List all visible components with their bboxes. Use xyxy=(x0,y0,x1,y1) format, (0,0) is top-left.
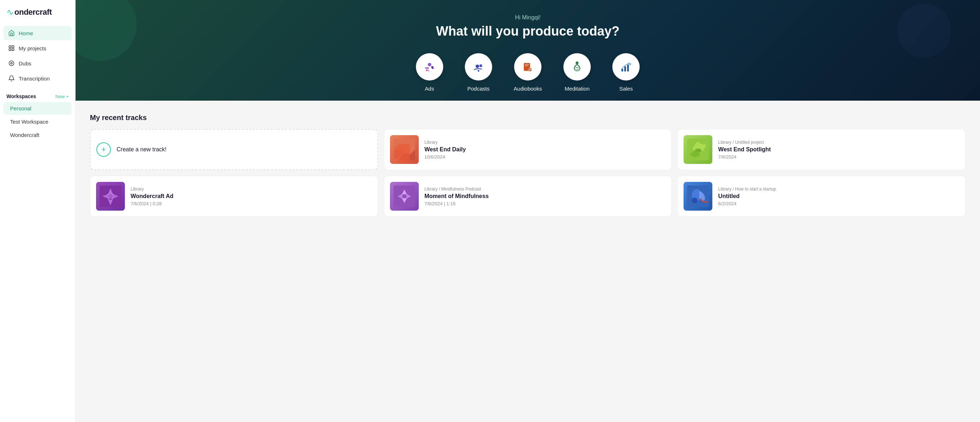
create-track-label: Create a new track! xyxy=(116,146,167,153)
category-sales-label: Sales xyxy=(619,86,633,92)
track-west-end-daily-name: West End Daily xyxy=(425,146,666,153)
track-west-end-spotlight-name: West End Spotlight xyxy=(718,146,959,153)
tracks-grid: + Create a new track! Library West End D… xyxy=(90,129,966,217)
track-wondercraft-ad-info: Library Wondercraft Ad 7/6/2024 | 0:28 xyxy=(130,187,372,206)
sidebar-item-projects-label: My projects xyxy=(19,45,46,51)
track-west-end-daily-info: Library West End Daily 10/6/2024 xyxy=(425,140,666,160)
sidebar-item-transcription-label: Transcription xyxy=(19,76,50,82)
content-area: My recent tracks + Create a new track! L… xyxy=(76,101,980,230)
svg-point-17 xyxy=(574,69,580,71)
svg-point-8 xyxy=(426,69,428,71)
projects-icon xyxy=(8,44,15,52)
hero-categories: Ads Podcasts xyxy=(97,53,958,92)
main-content: Hi Mingqi! What will you produce today? … xyxy=(76,0,980,422)
workspaces-title: Workspaces xyxy=(6,94,36,99)
track-untitled-name: Untitled xyxy=(718,193,959,200)
recent-tracks-title: My recent tracks xyxy=(90,114,966,122)
track-untitled-date: 6/2/2024 xyxy=(718,201,959,206)
dubs-icon xyxy=(8,60,15,67)
category-sales[interactable]: Sales xyxy=(612,53,640,92)
new-workspace-button[interactable]: New + xyxy=(56,94,69,99)
track-west-end-daily-thumb xyxy=(390,135,419,164)
sidebar-navigation: Home My projects Dubs Transcription xyxy=(0,26,75,86)
create-plus-icon: + xyxy=(96,142,111,157)
category-meditation[interactable]: Meditation xyxy=(563,53,591,92)
svg-rect-3 xyxy=(9,49,11,51)
track-wondercraft-ad[interactable]: Library Wondercraft Ad 7/6/2024 | 0:28 xyxy=(90,176,378,217)
create-track-card[interactable]: + Create a new track! xyxy=(90,129,378,170)
track-moment-of-mindfulness-path: Library / Mindfulness Podcast xyxy=(425,187,666,192)
svg-rect-7 xyxy=(425,68,429,69)
workspace-wondercraft[interactable]: Wondercraft xyxy=(3,129,72,141)
svg-rect-2 xyxy=(12,49,14,51)
workspaces-header: Workspaces New + xyxy=(0,86,75,102)
sidebar-item-transcription[interactable]: Transcription xyxy=(3,71,72,86)
sidebar-item-home[interactable]: Home xyxy=(3,26,72,40)
track-west-end-spotlight-thumb xyxy=(684,135,712,164)
svg-rect-27 xyxy=(394,186,415,207)
track-untitled-info: Library / How to start a startup Untitle… xyxy=(718,187,959,206)
track-wondercraft-ad-thumb xyxy=(96,182,125,211)
home-icon xyxy=(8,30,15,36)
track-west-end-spotlight-info: Library / Untitled project West End Spot… xyxy=(718,140,959,160)
track-west-end-spotlight-date: 7/6/2024 xyxy=(718,154,959,160)
category-podcasts-icon xyxy=(465,53,492,81)
category-sales-icon xyxy=(612,53,640,81)
track-untitled-thumb xyxy=(684,182,712,211)
category-meditation-icon xyxy=(563,53,591,81)
track-untitled[interactable]: Library / How to start a startup Untitle… xyxy=(678,176,966,217)
track-wondercraft-ad-date: 7/6/2024 | 0:28 xyxy=(130,201,372,206)
track-moment-of-mindfulness[interactable]: Library / Mindfulness Podcast Moment of … xyxy=(384,176,672,217)
logo-icon: ∿ xyxy=(6,7,14,17)
svg-rect-19 xyxy=(624,66,626,71)
sidebar-item-home-label: Home xyxy=(19,30,33,36)
sidebar-item-projects[interactable]: My projects xyxy=(3,41,72,56)
svg-point-16 xyxy=(576,62,579,64)
svg-rect-20 xyxy=(627,65,629,71)
track-moment-of-mindfulness-date: 7/6/2024 | 1:16 xyxy=(425,201,666,206)
track-moment-of-mindfulness-info: Library / Mindfulness Podcast Moment of … xyxy=(425,187,666,206)
sidebar-item-dubs-label: Dubs xyxy=(19,60,31,67)
svg-rect-13 xyxy=(525,64,529,65)
logo-container: ∿ ondercraft xyxy=(0,0,75,26)
svg-point-4 xyxy=(9,61,14,66)
track-west-end-daily-path: Library xyxy=(425,140,666,145)
category-ads-icon xyxy=(416,53,443,81)
track-west-end-spotlight-path: Library / Untitled project xyxy=(718,140,959,145)
category-meditation-label: Meditation xyxy=(565,86,590,92)
svg-point-5 xyxy=(11,63,13,64)
category-ads[interactable]: Ads xyxy=(416,53,443,92)
svg-point-10 xyxy=(479,64,482,67)
sidebar: ∿ ondercraft Home My projects Dubs Tra xyxy=(0,0,76,422)
svg-rect-1 xyxy=(12,46,14,48)
category-ads-label: Ads xyxy=(425,86,434,92)
category-podcasts[interactable]: Podcasts xyxy=(465,53,492,92)
svg-point-9 xyxy=(476,65,479,68)
category-podcasts-label: Podcasts xyxy=(467,86,490,92)
category-audiobooks-label: Audiobooks xyxy=(514,86,542,92)
workspace-personal[interactable]: Personal xyxy=(3,102,72,115)
hero-title: What will you produce today? xyxy=(97,24,958,39)
track-west-end-spotlight[interactable]: Library / Untitled project West End Spot… xyxy=(678,129,966,170)
logo-text: ondercraft xyxy=(14,8,52,17)
svg-rect-14 xyxy=(525,65,528,66)
svg-point-6 xyxy=(428,63,431,67)
track-west-end-daily[interactable]: Library West End Daily 10/6/2024 xyxy=(384,129,672,170)
track-moment-of-mindfulness-name: Moment of Mindfulness xyxy=(425,193,666,200)
category-audiobooks[interactable]: Audiobooks xyxy=(514,53,542,92)
category-audiobooks-icon xyxy=(514,53,541,81)
svg-rect-18 xyxy=(622,69,624,71)
svg-rect-26 xyxy=(108,194,113,199)
sidebar-item-dubs[interactable]: Dubs xyxy=(3,56,72,70)
track-untitled-path: Library / How to start a startup xyxy=(718,187,959,192)
hero-banner: Hi Mingqi! What will you produce today? … xyxy=(76,0,980,101)
svg-point-11 xyxy=(477,70,479,72)
track-wondercraft-ad-name: Wondercraft Ad xyxy=(130,193,372,200)
svg-rect-0 xyxy=(9,46,11,48)
hero-subtitle: Hi Mingqi! xyxy=(97,14,958,21)
track-wondercraft-ad-path: Library xyxy=(130,187,372,192)
workspace-test[interactable]: Test Workspace xyxy=(3,116,72,128)
track-west-end-daily-date: 10/6/2024 xyxy=(425,154,666,160)
track-moment-of-mindfulness-thumb xyxy=(390,182,419,211)
transcription-icon xyxy=(8,75,15,82)
